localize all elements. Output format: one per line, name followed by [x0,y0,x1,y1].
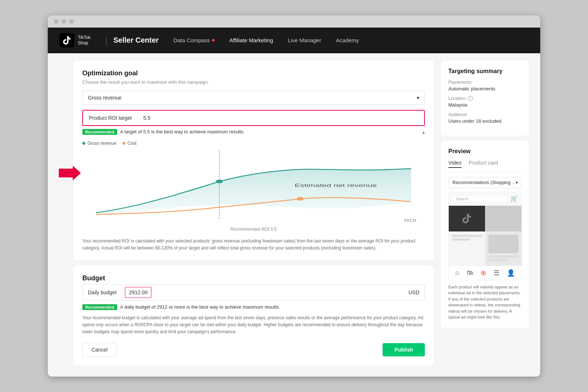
placeholder-line-2 [488,255,519,258]
location-value: Malaysia [448,102,522,108]
nav-live-manager[interactable]: Live Manager [288,37,321,43]
budget-input-wrapper: 2912.00 [122,285,404,300]
pointing-arrow-icon [59,163,81,185]
nav-divider: | [105,35,107,46]
home-icon: ⌂ [455,269,459,277]
roi-chart: Estimated net revenue ROI [82,150,425,224]
svg-text:ROI: ROI [404,218,416,222]
chart-footer: Recommended ROI 5.5 [82,227,425,232]
svg-text:Estimated net revenue: Estimated net revenue [295,183,377,188]
legend-gross-revenue: Gross revenue [82,141,116,146]
optimization-title: Optimization goal [82,69,425,77]
preview-card: Preview Video Product card Recommendatio… [441,141,529,328]
profile-icon: 👤 [507,269,515,277]
svg-point-2 [297,197,304,201]
optimization-dropdown[interactable]: Gross revenue ▾ [82,91,425,105]
action-row: Cancel Publish [82,343,425,357]
svg-marker-0 [59,166,81,180]
chevron-up-icon[interactable]: ▴ [422,129,425,135]
brand-logo: TikTok Shop [60,33,90,48]
budget-note: Your recommended budget is calculated wi… [82,314,425,336]
audience-label: Audience: [448,112,522,117]
traffic-light-close[interactable] [54,19,58,24]
traffic-light-minimize[interactable] [61,19,66,24]
title-bar [48,15,540,28]
audience-value: Users under 18 excluded [448,118,522,124]
budget-recommended-row: Recommended A daily budget of 2912 or mo… [82,304,425,310]
cancel-button[interactable]: Cancel [82,343,117,357]
roi-input[interactable] [138,111,424,125]
chevron-down-icon: ▾ [417,95,419,101]
browser-window: TikTok Shop | Seller Center Data Compass… [48,15,540,377]
shop-icon: 🛍 [467,269,473,277]
nav-seller-center: Seller Center [113,36,158,44]
nav-data-compass[interactable]: Data Compass [173,37,215,43]
budget-recommended-badge: Recommended [82,304,117,310]
phone-mockup: Search 🛒 [448,192,522,280]
chart-legend: Gross revenue Cost [82,141,425,146]
tiktok-nav-icon: ⊕ [481,269,486,277]
optimization-desc: Choose the result you want to maximize w… [82,79,425,85]
tab-product-card[interactable]: Product card [469,160,498,168]
placeholder-line-short-2 [488,259,507,261]
budget-currency: USD [403,286,424,299]
mockup-search-bar: Search 🛒 [449,192,521,206]
budget-recommended-text: A daily budget of 2912 or more is the be… [120,304,280,310]
tiktok-icon [60,33,74,48]
placeholder-line [452,235,482,237]
budget-card: Budget Daily budget 2912.00 USD Recommen… [74,266,434,366]
top-nav: TikTok Shop | Seller Center Data Compass… [48,28,540,53]
placements-value: Automatic placements [448,86,522,91]
info-icon[interactable]: i [468,96,473,101]
product-grid [449,206,521,266]
traffic-light-maximize[interactable] [69,19,74,24]
main-content: Optimization goal Choose the result you … [48,53,540,377]
placeholder-line-short [452,238,470,241]
dropdown-value: Gross revenue [88,95,122,101]
nav-academy[interactable]: Academy [336,37,359,43]
left-section: Optimization goal Choose the result you … [59,61,434,366]
tiktok-watermark [461,213,473,224]
product-thumb-2 [485,206,522,231]
preview-note: Each product will natively appear as an … [448,284,522,320]
publish-button[interactable]: Publish [383,343,425,356]
preview-chevron-down-icon: ▾ [516,180,518,185]
chart-note: Your recommended ROI is calculated with … [82,238,425,252]
location-label: Location: i [448,96,522,101]
gross-revenue-dot [82,142,85,145]
product-placeholder-1 [449,232,485,266]
chart-container: Gross revenue Cost [82,141,425,232]
right-panel: Targeting summary Placements: Automatic … [441,61,529,366]
nav-dot [212,39,215,42]
audience-row: Audience: Users under 18 excluded [448,112,522,124]
nav-links: Data Compass Affiliate Marketing Live Ma… [173,37,528,43]
budget-value[interactable]: 2912.00 [125,287,152,298]
recommended-text: A target of 5.5 is the best way to achie… [120,129,245,134]
placements-label: Placements: [448,80,522,85]
search-input-mockup: Search [452,195,508,202]
preview-title: Preview [448,148,522,155]
targeting-card: Targeting summary Placements: Automatic … [441,61,529,136]
budget-title: Budget [82,274,425,282]
preview-dropdown[interactable]: Recommendations (Shopping ... ▾ [448,177,522,188]
placements-row: Placements: Automatic placements [448,80,522,91]
preview-tabs: Video Product card [448,160,522,172]
location-row: Location: i Malaysia [448,96,522,108]
roi-label: Product ROI target [83,111,138,125]
roi-recommended-row: Recommended A target of 5.5 is the best … [82,129,425,135]
product-thumb-1 [449,206,485,231]
legend-cost: Cost [122,141,137,146]
tab-video[interactable]: Video [448,160,462,168]
cart-icon: 🛒 [510,195,518,202]
brand-text: TikTok Shop [78,35,90,46]
nav-affiliate-marketing[interactable]: Affiliate Marketing [229,37,273,43]
product-placeholder-2 [485,232,522,266]
targeting-title: Targeting summary [448,68,522,75]
roi-field: Product ROI target [82,110,425,126]
inbox-icon: ☰ [494,269,499,277]
arrow-container [59,61,81,185]
optimization-card: Optimization goal Choose the result you … [74,61,434,260]
bottom-nav: ⌂ 🛍 ⊕ ☰ 👤 [449,266,521,280]
budget-row: Daily budget 2912.00 USD [82,284,425,301]
recommended-badge: Recommended [82,129,117,135]
